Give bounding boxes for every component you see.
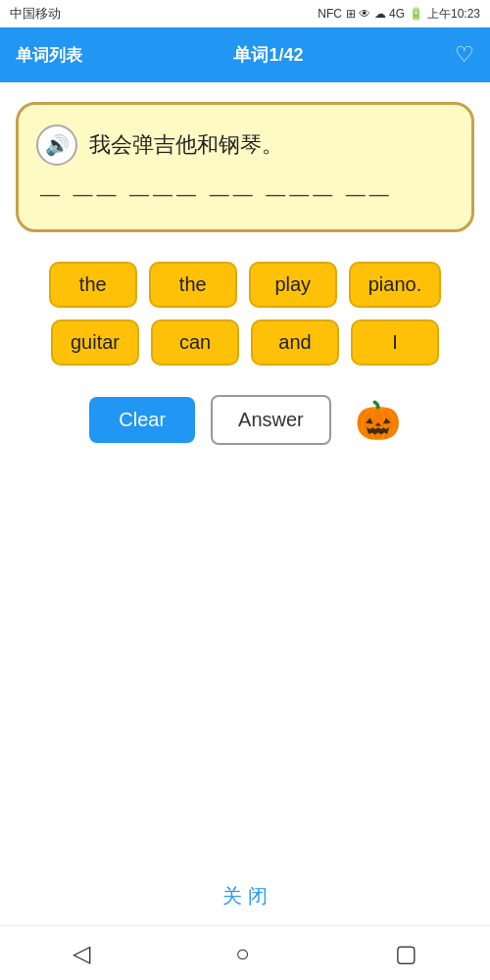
nfc-icon: NFC xyxy=(318,7,342,21)
main-content: 🔊 我会弹吉他和钢琴。 — —— ——— —— ——— —— the the p… xyxy=(0,82,490,514)
back-nav-icon[interactable]: ◁ xyxy=(73,940,90,967)
word-button-guitar[interactable]: guitar xyxy=(51,319,139,366)
back-button[interactable]: 单词列表 xyxy=(16,44,82,67)
favorite-icon[interactable]: ♡ xyxy=(455,42,474,68)
close-button[interactable]: 关 闭 xyxy=(222,883,268,909)
sentence-top: 🔊 我会弹吉他和钢琴。 xyxy=(36,124,454,166)
carrier-text: 中国移动 xyxy=(10,5,61,23)
clear-button[interactable]: Clear xyxy=(89,397,195,443)
battery-icon: 🔋 xyxy=(409,7,423,21)
word-button-the1[interactable]: the xyxy=(49,262,137,308)
nav-bar: 单词列表 单词1/42 ♡ xyxy=(0,27,490,82)
recent-nav-icon[interactable]: ▢ xyxy=(395,940,417,967)
word-button-play[interactable]: play xyxy=(249,262,337,308)
words-row-2: guitar can and I xyxy=(16,319,474,366)
nav-title: 单词1/42 xyxy=(233,43,303,67)
answer-blanks: — —— ——— —— ——— —— xyxy=(36,183,454,206)
words-row-1: the the play piano. xyxy=(16,262,474,308)
sentence-card: 🔊 我会弹吉他和钢琴。 — —— ——— —— ——— —— xyxy=(16,102,474,232)
time-display: 上午10:23 xyxy=(427,6,480,23)
speaker-button[interactable]: 🔊 xyxy=(36,124,77,166)
speaker-icon: 🔊 xyxy=(45,133,70,157)
action-row: Clear Answer 🎃 xyxy=(89,395,401,445)
word-button-i[interactable]: I xyxy=(351,319,439,366)
status-icons: NFC ⊞ 👁 ☁ 4G 🔋 上午10:23 xyxy=(318,6,480,23)
word-button-and[interactable]: and xyxy=(251,319,339,366)
status-bar: 中国移动 NFC ⊞ 👁 ☁ 4G 🔋 上午10:23 xyxy=(0,0,490,27)
word-button-can[interactable]: can xyxy=(151,319,239,366)
word-button-piano[interactable]: piano. xyxy=(349,262,442,308)
bottom-area: 关 闭 xyxy=(0,514,490,925)
word-button-the2[interactable]: the xyxy=(149,262,237,308)
words-area: the the play piano. guitar can and I xyxy=(16,262,474,366)
home-nav-icon[interactable]: ○ xyxy=(235,940,250,967)
answer-button[interactable]: Answer xyxy=(211,395,331,445)
sentence-text: 我会弹吉他和钢琴。 xyxy=(89,130,283,160)
pumpkin-icon: 🎃 xyxy=(355,399,401,442)
bottom-nav: ◁ ○ ▢ xyxy=(0,925,490,980)
signal-icons: ⊞ 👁 ☁ 4G xyxy=(346,7,405,21)
